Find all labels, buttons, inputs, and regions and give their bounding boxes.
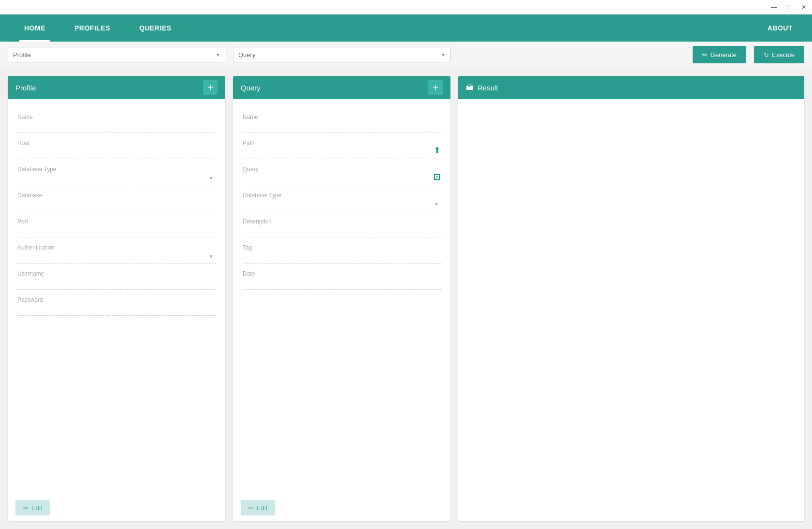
query-query-label: Query (243, 166, 441, 173)
query-add-button[interactable]: + (428, 80, 443, 95)
profile-database-label: Database (17, 192, 216, 199)
query-select-wrapper: Query ▼ (233, 47, 450, 62)
profile-name-label: Name (17, 114, 216, 120)
profile-auth-field: Authentication ▼ (17, 237, 216, 264)
main-content: Profile + Name Host Database Type (0, 68, 812, 529)
maximize-button[interactable]: ☐ (784, 3, 794, 12)
profile-password-label: Password (17, 296, 216, 303)
query-panel-title: Query (241, 84, 261, 92)
query-description-field: Description (243, 211, 441, 237)
navbar: HOME PROFILES QUERIES ABOUT (0, 15, 812, 42)
query-date-label: Date (243, 270, 441, 277)
query-description-input[interactable] (243, 226, 441, 235)
profile-database-input[interactable] (17, 200, 216, 209)
execute-button[interactable]: ↻ Execute (754, 46, 804, 63)
profile-dbtype-select[interactable] (17, 174, 216, 183)
query-panel-body: Name Path ⬆ Query 🖼 Database Type (233, 99, 450, 494)
profile-panel-footer: ✏ Edit (8, 494, 225, 521)
title-bar-controls: — ☐ ✕ (769, 3, 808, 12)
query-query-input[interactable] (243, 174, 441, 183)
query-name-field: Name (243, 107, 441, 133)
query-edit-icon: ✏ (248, 504, 254, 512)
profile-dbtype-field: Database Type ▼ (17, 159, 216, 185)
upload-icon[interactable]: ⬆ (434, 145, 441, 156)
profile-host-field: Host (17, 133, 216, 159)
profile-panel-header: Profile + (8, 76, 225, 99)
query-tag-input[interactable] (243, 252, 441, 261)
profile-auth-select[interactable] (17, 252, 216, 261)
profile-panel: Profile + Name Host Database Type (8, 76, 225, 521)
profile-auth-label: Authentication (17, 244, 216, 251)
query-path-label: Path (243, 140, 441, 147)
profile-edit-icon: ✏ (23, 504, 29, 512)
query-tag-label: Tag (243, 244, 441, 251)
close-button[interactable]: ✕ (799, 3, 808, 12)
pencil-icon: ✏ (702, 51, 708, 59)
profile-panel-title: Profile (15, 84, 36, 92)
profile-panel-body: Name Host Database Type ▼ Database (8, 99, 225, 494)
query-tag-field: Tag (243, 237, 441, 264)
refresh-icon: ↻ (764, 51, 769, 59)
nav-about[interactable]: ABOUT (758, 24, 802, 32)
nav-profiles[interactable]: PROFILES (60, 15, 125, 42)
query-dbtype-field: Database Type ▼ (243, 185, 441, 211)
title-bar: — ☐ ✕ (0, 0, 812, 15)
query-path-field: Path ⬆ (243, 133, 441, 159)
query-path-input[interactable] (243, 147, 441, 157)
profile-port-label: Port (17, 218, 216, 225)
query-fields: Name Path ⬆ Query 🖼 Database Type (243, 107, 441, 290)
query-name-label: Name (243, 114, 441, 120)
result-panel: 🏔 Result (458, 76, 804, 521)
query-panel: Query + Name Path ⬆ Query 🖼 (233, 76, 450, 521)
profile-dropdown[interactable]: Profile (8, 47, 225, 62)
profile-port-input[interactable] (17, 226, 216, 235)
profile-password-input[interactable] (17, 304, 216, 313)
profile-edit-button[interactable]: ✏ Edit (15, 500, 50, 515)
query-query-field: Query 🖼 (243, 159, 441, 185)
profile-add-button[interactable]: + (203, 80, 218, 95)
query-panel-header: Query + (233, 76, 450, 99)
toolbar: Profile ▼ Query ▼ ✏ Generate ↻ Execute (0, 42, 812, 68)
result-panel-title: 🏔 Result (466, 83, 498, 92)
profile-host-label: Host (17, 140, 216, 147)
profile-username-field: Username (17, 264, 216, 290)
query-date-input[interactable] (243, 278, 441, 287)
result-panel-header: 🏔 Result (458, 76, 804, 99)
query-dbtype-label: Database Type (243, 192, 441, 199)
profile-fields: Name Host Database Type ▼ Database (17, 107, 216, 316)
query-date-field: Date (243, 264, 441, 290)
nav-queries[interactable]: QUERIES (125, 15, 186, 42)
profile-port-field: Port (17, 211, 216, 237)
query-name-input[interactable] (243, 121, 441, 131)
result-mountain-icon: 🏔 (466, 83, 474, 92)
query-description-label: Description (243, 218, 441, 225)
profile-dbtype-label: Database Type (17, 166, 216, 173)
profile-username-label: Username (17, 270, 216, 277)
profile-name-input[interactable] (17, 121, 216, 131)
profile-database-field: Database (17, 185, 216, 211)
result-panel-body (458, 99, 804, 521)
query-dbtype-select[interactable] (243, 200, 441, 209)
profile-name-field: Name (17, 107, 216, 133)
profile-password-field: Password (17, 290, 216, 316)
nav-home[interactable]: HOME (10, 15, 60, 42)
image-icon[interactable]: 🖼 (433, 173, 441, 182)
generate-button[interactable]: ✏ Generate (693, 46, 746, 63)
profile-username-input[interactable] (17, 278, 216, 287)
profile-host-input[interactable] (17, 147, 216, 157)
query-edit-button[interactable]: ✏ Edit (241, 500, 275, 515)
query-dropdown[interactable]: Query (233, 47, 450, 62)
profile-select-wrapper: Profile ▼ (8, 47, 225, 62)
minimize-button[interactable]: — (769, 3, 779, 12)
query-panel-footer: ✏ Edit (233, 494, 450, 521)
